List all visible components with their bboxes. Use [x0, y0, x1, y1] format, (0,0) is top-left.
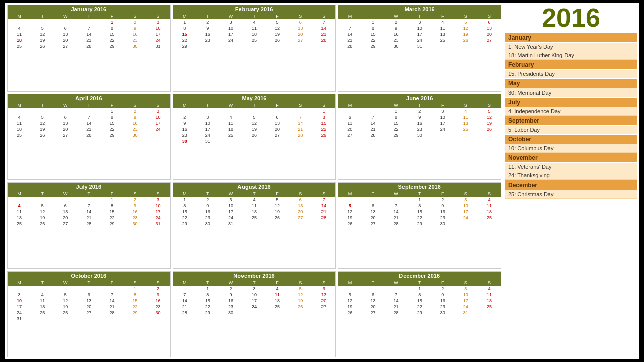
day-label: W — [219, 102, 243, 108]
day-label: S — [123, 102, 146, 108]
day-cell: 22 — [312, 126, 335, 132]
day-cell: 29 — [100, 221, 123, 227]
day-label: T — [196, 102, 219, 108]
day-cell: 15 — [408, 298, 431, 304]
day-label: F — [100, 280, 123, 286]
day-cell: 31 — [147, 43, 170, 49]
month-6: June 2016MTWTFSS123456789101112131415161… — [338, 94, 501, 180]
empty-cell — [31, 286, 54, 292]
day-cell: 11 — [454, 114, 477, 120]
holiday-month-label: October — [505, 135, 637, 144]
day-cell: 20 — [361, 215, 384, 221]
day-cell: 22 — [408, 215, 431, 221]
day-label: M — [338, 102, 361, 108]
day-cell: 6 — [338, 114, 361, 120]
day-cell: 12 — [338, 209, 361, 215]
day-cell: 10 — [454, 292, 477, 298]
day-cell: 27 — [338, 132, 361, 138]
day-cell: 13 — [338, 120, 361, 126]
day-label: S — [312, 13, 335, 19]
day-cell: 7 — [77, 114, 100, 120]
day-cell: 1 — [408, 286, 431, 292]
day-cell: 27 — [361, 310, 384, 316]
day-cell: 9 — [431, 203, 454, 209]
day-label: T — [243, 13, 266, 19]
day-cell: 9 — [196, 25, 219, 31]
day-label: S — [123, 13, 146, 19]
day-cell: 24 — [431, 126, 454, 132]
day-label: T — [31, 280, 54, 286]
day-cell: 4 — [31, 292, 54, 298]
day-cell: 25 — [266, 304, 289, 310]
day-cell: 8 — [173, 203, 196, 209]
day-cell: 31 — [454, 310, 477, 316]
day-cell: 21 — [77, 215, 100, 221]
day-cell: 19 — [31, 37, 54, 43]
holiday-item: 30: Memorial Day — [505, 88, 637, 97]
day-cell: 14 — [385, 298, 408, 304]
day-cell: 23 — [219, 304, 243, 310]
day-cell: 21 — [289, 126, 312, 132]
day-cell: 30 — [196, 221, 219, 227]
page: January 2016MTWTFSS123456789101112131415… — [5, 3, 639, 359]
day-label: T — [77, 191, 100, 197]
day-cell: 14 — [312, 203, 335, 209]
holiday-item: 25: Christmas Day — [505, 190, 637, 199]
day-cell: 7 — [312, 19, 335, 25]
day-cell: 29 — [173, 221, 196, 227]
day-cell: 29 — [408, 221, 431, 227]
day-cell: 28 — [385, 310, 408, 316]
day-cell: 9 — [147, 292, 170, 298]
day-cell: 13 — [54, 120, 77, 126]
days-grid-1: 1234567891011121314151617181920212223242… — [8, 19, 170, 49]
day-label: F — [100, 102, 123, 108]
day-cell: 11 — [477, 203, 501, 209]
day-label: T — [77, 280, 100, 286]
day-cell: 26 — [54, 310, 77, 316]
day-cell: 12 — [454, 25, 477, 31]
day-cell: 27 — [54, 221, 77, 227]
day-cell: 22 — [100, 37, 123, 43]
days-grid-12: 1234567891011121314151617181920212223242… — [338, 286, 501, 316]
day-cell: 5 — [289, 286, 312, 292]
day-cell: 5 — [477, 108, 501, 114]
day-cell: 8 — [408, 203, 431, 209]
day-cell: 11 — [431, 25, 454, 31]
day-cell: 10 — [219, 25, 243, 31]
day-cell: 5 — [266, 197, 289, 203]
day-label: W — [385, 102, 408, 108]
day-cell: 25 — [243, 215, 266, 221]
empty-cell — [31, 108, 54, 114]
empty-cell — [266, 108, 289, 114]
day-cell: 20 — [54, 126, 77, 132]
day-label: F — [431, 191, 454, 197]
day-cell: 24 — [454, 215, 477, 221]
day-cell: 13 — [312, 292, 335, 298]
day-cell: 16 — [431, 209, 454, 215]
day-label: S — [123, 280, 146, 286]
day-cell: 13 — [77, 298, 100, 304]
day-label: T — [408, 191, 431, 197]
day-cell: 15 — [100, 120, 123, 126]
day-cell: 1 — [408, 197, 431, 203]
day-label: T — [196, 280, 219, 286]
day-label: S — [123, 191, 146, 197]
day-cell: 21 — [385, 215, 408, 221]
day-label: T — [243, 191, 266, 197]
day-cell: 11 — [477, 292, 501, 298]
day-label: T — [196, 191, 219, 197]
sidebar: 2016 January1: New Year's Day18: Martin … — [503, 3, 639, 359]
day-cell: 6 — [77, 292, 100, 298]
day-cell: 22 — [123, 304, 146, 310]
empty-cell — [77, 19, 100, 25]
holiday-list: January1: New Year's Day18: Martin Luthe… — [505, 33, 637, 357]
day-label: W — [219, 280, 243, 286]
calendar-grid: January 2016MTWTFSS123456789101112131415… — [5, 3, 503, 359]
day-cell: 26 — [266, 37, 289, 43]
empty-cell — [54, 19, 77, 25]
day-cell: 2 — [219, 286, 243, 292]
day-cell: 16 — [196, 209, 219, 215]
empty-cell — [219, 108, 243, 114]
empty-cell — [338, 286, 361, 292]
day-cell: 9 — [385, 25, 408, 31]
